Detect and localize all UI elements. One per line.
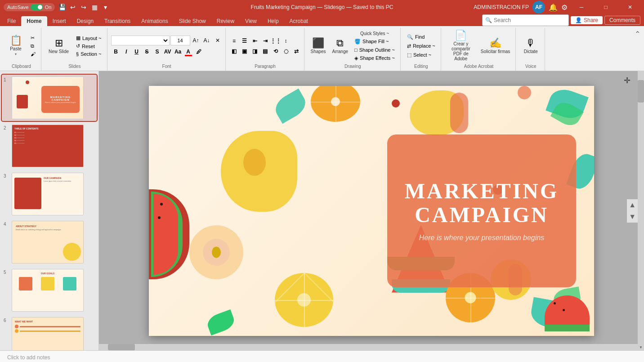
tab-transitions[interactable]: Transitions [99, 16, 136, 26]
horizontal-scroll-thumb[interactable] [108, 344, 135, 350]
increase-indent-button[interactable]: ⇥ [260, 36, 270, 46]
undo-icon[interactable]: ↩ [68, 3, 77, 12]
autosave-pill[interactable] [31, 4, 43, 10]
tab-file[interactable]: File [2, 16, 21, 26]
maximize-button[interactable]: □ [595, 0, 616, 14]
wm-br-rind [545, 325, 590, 331]
request-sig-button[interactable]: ✍ Solicitar firmas [478, 37, 513, 55]
char-spacing-button[interactable]: AV [163, 47, 173, 57]
find-button[interactable]: 🔍 Find [404, 33, 438, 41]
smart-art-button[interactable]: ◌ [281, 46, 291, 56]
shape-effects-icon: ◈ [354, 55, 358, 61]
settings-icon[interactable]: ⚙ [561, 3, 568, 12]
tab-review[interactable]: Review [211, 16, 240, 26]
cols-button[interactable]: ⋮⋮ [271, 36, 281, 46]
horizontal-scrollbar[interactable] [99, 344, 638, 350]
dictate-button[interactable]: 🎙 Dictate [519, 36, 542, 56]
notes-placeholder[interactable]: Click to add notes [7, 354, 50, 361]
arrange-button[interactable]: ⧉ Arrange [329, 37, 351, 55]
tab-acrobat[interactable]: Acrobat [284, 16, 313, 26]
wm-br-seed2 [563, 309, 565, 311]
main-content-box[interactable]: MARKETING CAMPAIGN Here is where your pr… [387, 134, 576, 287]
quick-styles-button[interactable]: Quick Styles ~ [352, 30, 398, 37]
font-color-button[interactable]: A [183, 47, 193, 57]
convert-button[interactable]: ⇄ [291, 46, 301, 56]
paste-button[interactable]: 📋 Paste ▾ [4, 34, 27, 58]
slide-thumb-5[interactable]: 5 OUR GOALS [2, 267, 97, 313]
decrease-font-button[interactable]: A↓ [202, 36, 212, 45]
text-shadow-button[interactable]: S [152, 47, 162, 57]
paste-dropdown[interactable]: ▾ [15, 52, 17, 56]
bold-button[interactable]: B [111, 47, 121, 57]
user-avatar[interactable]: AF [532, 1, 545, 13]
tab-home[interactable]: Home [21, 16, 47, 26]
redo-icon[interactable]: ↪ [79, 3, 88, 12]
select-button[interactable]: ⬚ Select ~ [404, 51, 438, 59]
tab-animations[interactable]: Animations [136, 16, 173, 26]
slide-thumb-4[interactable]: 4 ABOUT STRATEGY Details about our marke… [2, 219, 97, 265]
minimize-button[interactable]: ─ [571, 0, 592, 14]
search-bar[interactable]: 🔍 [482, 14, 569, 26]
tab-slideshow[interactable]: Slide Show [174, 16, 211, 26]
text-direction-button[interactable]: ⟲ [271, 46, 281, 56]
search-icon: 🔍 [485, 17, 492, 23]
align-center-button[interactable]: ▣ [240, 46, 250, 56]
slide-thumb-1[interactable]: 1 MARKETINGCAMPAIGN Here is where your p… [2, 75, 97, 121]
change-case-button[interactable]: Aa [173, 47, 183, 57]
shape-effects-button[interactable]: ◈ Shape Effects ~ [352, 54, 398, 62]
format-row: B I U S S AV Aa A 🖊 [111, 47, 223, 57]
autosave-toggle[interactable]: AutoSave On [4, 3, 55, 11]
cut-button[interactable]: ✂ [28, 34, 38, 42]
section-button[interactable]: § Section ~ [73, 50, 104, 58]
comments-button[interactable]: Comments [604, 16, 640, 25]
slide-thumb-6[interactable]: 6 WHAT WE WANT [2, 315, 97, 350]
save-icon[interactable]: 💾 [58, 3, 67, 12]
highlight-button[interactable]: 🖊 [194, 47, 204, 57]
reset-button[interactable]: ↺ Reset [73, 42, 104, 50]
clear-format-button[interactable]: ✕ [213, 36, 223, 45]
layout-button[interactable]: ▦ Layout ~ [73, 34, 104, 42]
shapes-button[interactable]: ⬛ Shapes [308, 37, 329, 55]
close-button[interactable]: ✕ [620, 0, 640, 14]
bullets-button[interactable]: ≡ [229, 36, 239, 46]
create-pdf-button[interactable]: 📄 Crear y compartir PDF de Adobe [445, 30, 477, 62]
shape-fill-button[interactable]: 🪣 Shape Fill ~ [352, 38, 398, 45]
presentation-icon[interactable]: ▦ [90, 3, 99, 12]
replace-button[interactable]: ⇄ Replace ~ [404, 42, 438, 50]
vertical-scrollbar[interactable]: ▼ [638, 71, 644, 350]
strikethrough-button[interactable]: S [142, 47, 152, 57]
customize-icon[interactable]: ▾ [101, 3, 110, 12]
tab-insert[interactable]: Insert [47, 16, 72, 26]
vertical-scroll-thumb[interactable] [638, 80, 644, 103]
format-painter-button[interactable]: 🖌 [28, 50, 38, 58]
search-input[interactable] [494, 17, 566, 23]
notification-icon[interactable]: 🔔 [549, 3, 558, 12]
tab-design[interactable]: Design [72, 16, 99, 26]
share-button[interactable]: 👤 Share [571, 16, 603, 24]
tab-help[interactable]: Help [262, 16, 284, 26]
font-size-input[interactable]: 14 [170, 36, 190, 45]
new-slide-button[interactable]: ⊞ New Slide [45, 36, 72, 56]
tab-view[interactable]: View [240, 16, 262, 26]
next-slide-arrow[interactable]: ▼ [627, 211, 638, 223]
notes-bar[interactable]: Click to add notes [0, 350, 644, 362]
list-row: ≡ ☰ ⇤ ⇥ ⋮⋮ ↕ [229, 36, 301, 46]
collapse-ribbon-button[interactable]: ⌃ [633, 28, 642, 71]
copy-button[interactable]: ⧉ [28, 42, 38, 50]
slide-canvas[interactable]: MARKETING CAMPAIGN Here is where your pr… [149, 86, 594, 336]
align-right-button[interactable]: ◨ [250, 46, 260, 56]
align-left-button[interactable]: ◧ [229, 46, 239, 56]
shape-outline-button[interactable]: □ Shape Outline ~ [352, 46, 398, 54]
font-family-select[interactable] [111, 36, 170, 45]
slide-thumb-3[interactable]: 3 OUR CAMPAIGN Lorem ipsum dolor sit ame… [2, 171, 97, 217]
underline-button[interactable]: U [132, 47, 142, 57]
justify-button[interactable]: ▤ [260, 46, 270, 56]
decrease-indent-button[interactable]: ⇤ [250, 36, 260, 46]
scroll-down-arrow[interactable]: ▼ [638, 344, 644, 350]
line-spacing-button[interactable]: ↕ [281, 36, 291, 46]
numbering-button[interactable]: ☰ [240, 36, 250, 46]
italic-button[interactable]: I [121, 47, 131, 57]
slide-thumb-2[interactable]: 2 TABLE OF CONTENTS 01 ────── 02 ────── … [2, 123, 97, 169]
increase-font-button[interactable]: A↑ [191, 36, 201, 45]
prev-slide-arrow[interactable]: ▲ [627, 199, 638, 211]
